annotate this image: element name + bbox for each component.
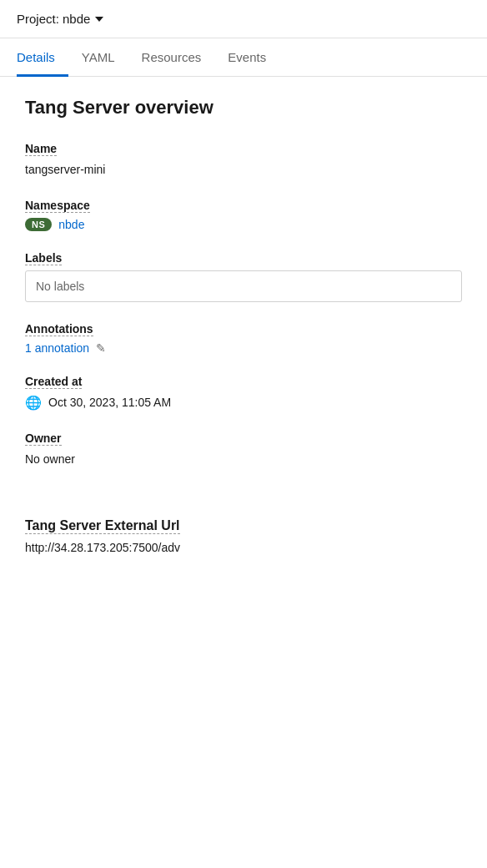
name-label: Name [25, 142, 57, 156]
tab-details[interactable]: Details [17, 38, 68, 77]
annotations-label: Annotations [25, 322, 93, 336]
tab-events[interactable]: Events [214, 38, 279, 77]
field-created-at: Created at 🌐 Oct 30, 2023, 11:05 AM [25, 375, 462, 411]
tab-yaml[interactable]: YAML [68, 38, 128, 77]
edit-icon[interactable]: ✎ [96, 341, 106, 355]
created-at-value: Oct 30, 2023, 11:05 AM [48, 394, 171, 411]
created-at-label: Created at [25, 375, 82, 389]
owner-label: Owner [25, 431, 62, 446]
project-label: Project: nbde [17, 12, 90, 26]
tabs-bar: Details YAML Resources Events [0, 38, 487, 77]
content-area: Tang Server overview Name tangserver-min… [0, 77, 487, 574]
field-owner: Owner No owner [25, 431, 462, 468]
tang-server-url-label: Tang Server External Url [25, 518, 180, 534]
field-labels: Labels No labels [25, 251, 462, 302]
namespace-container: NS nbde [25, 218, 462, 231]
tang-server-section: Tang Server External Url http://34.28.17… [25, 502, 462, 554]
annotation-row: 1 annotation ✎ [25, 341, 462, 355]
labels-box: No labels [25, 270, 462, 302]
field-namespace: Namespace NS nbde [25, 199, 462, 231]
ns-badge: NS [25, 218, 52, 231]
name-value: tangserver-mini [25, 161, 462, 179]
created-at-row: 🌐 Oct 30, 2023, 11:05 AM [25, 394, 462, 411]
field-name: Name tangserver-mini [25, 142, 462, 179]
tab-resources[interactable]: Resources [128, 38, 215, 77]
namespace-link[interactable]: nbde [58, 218, 84, 231]
header: Project: nbde [0, 0, 487, 38]
page-title: Tang Server overview [25, 97, 462, 119]
labels-label: Labels [25, 251, 62, 265]
project-dropdown-icon[interactable] [95, 17, 103, 22]
tang-server-url-value: http://34.28.173.205:7500/adv [25, 541, 462, 554]
namespace-label: Namespace [25, 199, 90, 213]
globe-icon: 🌐 [25, 395, 42, 411]
field-annotations: Annotations 1 annotation ✎ [25, 322, 462, 355]
owner-value: No owner [25, 451, 462, 468]
annotations-link[interactable]: 1 annotation [25, 341, 89, 355]
